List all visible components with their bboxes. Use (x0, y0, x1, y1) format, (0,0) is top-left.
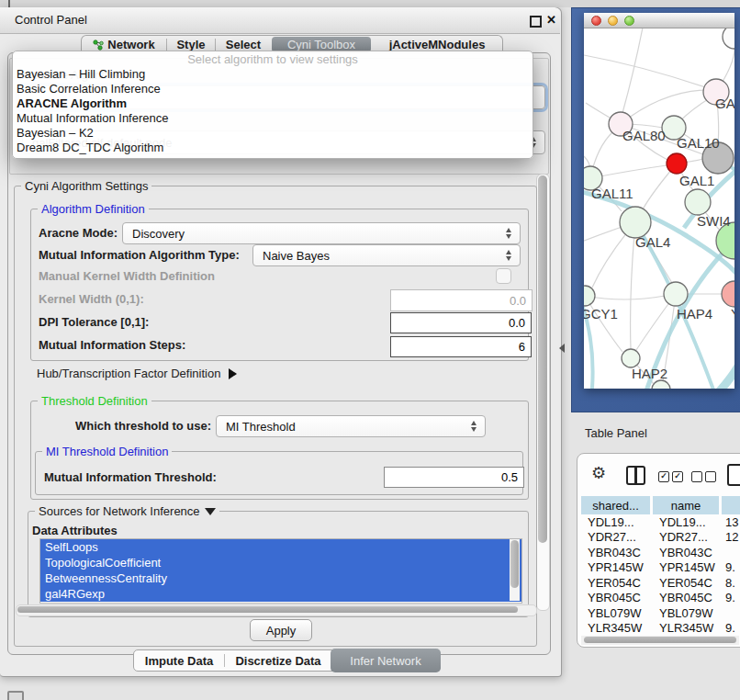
mi-type-label: Mutual Information Algorithm Type: (39, 248, 240, 262)
new-table-icon[interactable] (727, 464, 740, 486)
dpi-tolerance-input[interactable]: 0.0 (390, 312, 532, 333)
tab-impute-data[interactable]: Impute Data (134, 650, 224, 671)
aracne-mode-combo[interactable]: Discovery (122, 222, 521, 244)
network-edge[interactable] (622, 28, 643, 113)
table-row[interactable]: YDL19...YDL19...13 (581, 514, 740, 530)
table-cell[interactable]: YBL079W (581, 606, 653, 620)
network-edge[interactable] (584, 55, 705, 87)
kernel-width-input[interactable]: 0.0 (390, 289, 533, 311)
network-node-HAP4[interactable] (664, 282, 688, 306)
which-threshold-combo[interactable]: MI Threshold (216, 415, 486, 437)
list-item[interactable]: TopologicalCoefficient (40, 555, 521, 570)
table-cell[interactable]: YDL19... (581, 515, 653, 529)
network-edge[interactable] (585, 296, 665, 299)
dropdown-item-selected[interactable]: ARACNE Algorithm (13, 96, 533, 111)
table-cell[interactable]: YPR145W (581, 560, 653, 574)
table-cell[interactable]: 8. (719, 576, 740, 590)
select-all-checks-icon[interactable]: ✓✓ (658, 471, 683, 482)
network-node[interactable] (685, 189, 711, 215)
network-node-Y[interactable] (722, 281, 734, 307)
hub-definition-row[interactable]: Hub/Transcription Factor Definition (37, 367, 237, 380)
table-body: YDL19...YDL19...13YDR27...YDR27...12YBR0… (581, 514, 740, 635)
table-cell[interactable]: YPR145W (653, 560, 719, 574)
list-item[interactable]: SelfLoops (40, 539, 521, 555)
hub-expand-icon[interactable] (229, 368, 237, 379)
network-node-GAL1[interactable] (667, 153, 687, 174)
table-hscrollbar-thumb[interactable] (584, 637, 736, 643)
dropdown-item[interactable]: Dream8 DC_TDC Algorithm (13, 141, 533, 155)
algorithm-definition-title: Algorithm Definition (38, 202, 149, 216)
table-row[interactable]: YLR345WYLR345W9. (581, 621, 740, 636)
table-cell[interactable]: YBR045C (581, 591, 653, 604)
table-cell[interactable]: YBR045C (653, 591, 719, 604)
zoom-traffic-light[interactable] (624, 16, 634, 26)
tab-discretize-data[interactable]: Discretize Data (225, 650, 331, 671)
table-cell[interactable]: YER054C (653, 576, 719, 590)
list-item[interactable]: BetweennessCentrality (40, 570, 521, 586)
kernel-width-label: Kernel Width (0,1): (39, 292, 144, 306)
table-cell[interactable]: YDR27... (581, 530, 653, 544)
table-cell[interactable]: 9. (719, 591, 740, 604)
close-icon[interactable]: ✕ (546, 13, 556, 27)
table-cell[interactable]: YBL079W (653, 606, 719, 620)
collapse-icon[interactable] (205, 508, 216, 515)
dropdown-item[interactable]: Basic Correlation Inference (13, 82, 533, 96)
apply-button[interactable]: Apply (250, 619, 312, 641)
dropdown-item[interactable]: Mutual Information Inference (13, 111, 533, 126)
table-cell[interactable]: YDL19... (653, 515, 719, 529)
table-cell[interactable]: YBR043C (653, 546, 719, 559)
tab-infer-network[interactable]: Infer Network (331, 649, 441, 672)
table-row[interactable]: YDR27...YDR27...12 (581, 530, 740, 546)
network-canvas[interactable]: GAL7GAL80GAL10GAL1GAL11SWI4GAL4GCY1HAP4Y… (584, 28, 734, 389)
table-row[interactable]: YER054CYER054C8. (581, 575, 740, 591)
network-window-titlebar[interactable] (584, 13, 734, 28)
window-title: Control Panel (7, 7, 87, 33)
network-node-label: GAL10 (677, 135, 720, 151)
table-cell[interactable]: YBR043C (581, 546, 653, 559)
column-header-name[interactable]: name (653, 496, 719, 514)
mi-type-combo[interactable]: Naive Bayes (252, 244, 521, 266)
dropdown-item[interactable]: Bayesian – Hill Climbing (13, 67, 533, 82)
list-item[interactable]: gal4RGexp (40, 586, 521, 602)
cyni-algorithm-settings-title: Cyni Algorithm Settings (21, 179, 151, 193)
manual-kernel-checkbox[interactable] (496, 268, 511, 284)
close-traffic-light[interactable] (591, 16, 601, 26)
table-cell[interactable]: YDR27... (653, 530, 719, 544)
list-vscrollbar-thumb[interactable] (510, 540, 519, 588)
splitter-collapse-icon[interactable] (559, 344, 565, 353)
settings-vscrollbar-thumb[interactable] (538, 175, 547, 543)
column-header-shared-name[interactable]: shared... (581, 496, 650, 514)
table-row[interactable]: YBR043CYBR043C (581, 545, 740, 560)
network-node[interactable] (723, 28, 734, 49)
table-cell[interactable]: 13 (719, 515, 740, 529)
settings-hscrollbar-thumb[interactable] (17, 606, 518, 613)
table-row[interactable]: YPR145WYPR145W9. (581, 560, 740, 576)
table-cell[interactable]: YER054C (581, 576, 653, 590)
minimized-panel-icon[interactable] (7, 691, 24, 700)
aracne-mode-label: Aracne Mode: (39, 226, 118, 240)
table-cell[interactable]: 9. (719, 560, 740, 574)
network-node-label: GAL1 (679, 173, 714, 188)
table-cell[interactable]: YLR345W (653, 621, 719, 635)
data-attributes-list: SelfLoops TopologicalCoefficient Between… (39, 538, 522, 604)
table-cell[interactable]: YLR345W (581, 621, 653, 635)
table-row[interactable]: YBR045CYBR045C9. (581, 591, 740, 606)
table-row[interactable]: YBL079WYBL079W (581, 605, 740, 621)
network-node-HAP2[interactable] (622, 349, 640, 367)
float-window-icon[interactable] (530, 16, 542, 28)
columns-icon[interactable] (626, 466, 645, 485)
table-cell[interactable]: 9. (719, 621, 740, 635)
gear-icon[interactable]: ⚙ (591, 463, 606, 483)
dropdown-item[interactable]: Bayesian – K2 (13, 126, 533, 141)
minimize-traffic-light[interactable] (608, 16, 618, 26)
unselect-all-checks-icon[interactable] (691, 471, 716, 482)
network-edge[interactable] (621, 90, 705, 124)
network-node-GCY1[interactable] (584, 286, 595, 306)
network-node-GAL4[interactable] (620, 207, 651, 238)
column-header-partial[interactable] (722, 496, 740, 514)
network-node[interactable] (652, 380, 670, 389)
table-cell[interactable]: 12 (719, 530, 740, 544)
mi-threshold-label: Mutual Information Threshold: (44, 470, 217, 484)
mi-steps-input[interactable]: 6 (390, 336, 532, 357)
mi-threshold-input[interactable]: 0.5 (384, 467, 524, 488)
